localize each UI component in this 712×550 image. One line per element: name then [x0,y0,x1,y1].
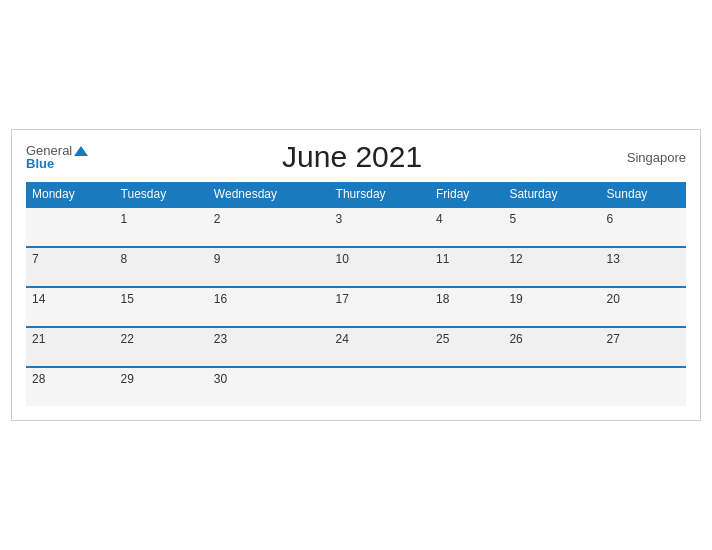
day-number: 6 [607,212,680,226]
calendar-day-cell: 5 [503,207,600,247]
day-number: 3 [336,212,424,226]
day-number: 10 [336,252,424,266]
calendar-week-row: 123456 [26,207,686,247]
calendar-week-row: 21222324252627 [26,327,686,367]
calendar-day-cell: 21 [26,327,115,367]
day-number: 8 [121,252,202,266]
calendar-day-cell: 16 [208,287,330,327]
calendar-day-cell: 1 [115,207,208,247]
day-number: 1 [121,212,202,226]
day-number: 23 [214,332,324,346]
calendar-day-cell: 8 [115,247,208,287]
day-number: 27 [607,332,680,346]
col-wednesday: Wednesday [208,182,330,207]
day-number: 24 [336,332,424,346]
day-number: 4 [436,212,497,226]
calendar-week-row: 282930 [26,367,686,406]
day-number: 19 [509,292,594,306]
calendar-day-cell: 4 [430,207,503,247]
day-number: 30 [214,372,324,386]
calendar-day-cell [430,367,503,406]
day-number: 7 [32,252,109,266]
calendar-day-cell: 3 [330,207,430,247]
calendar-day-cell: 14 [26,287,115,327]
col-monday: Monday [26,182,115,207]
calendar-day-cell: 22 [115,327,208,367]
day-number: 14 [32,292,109,306]
day-number: 15 [121,292,202,306]
calendar-day-cell: 2 [208,207,330,247]
calendar-day-cell: 25 [430,327,503,367]
day-number: 12 [509,252,594,266]
day-number: 18 [436,292,497,306]
day-number: 25 [436,332,497,346]
calendar-day-cell: 10 [330,247,430,287]
day-number: 9 [214,252,324,266]
calendar-day-cell: 9 [208,247,330,287]
calendar-day-cell: 29 [115,367,208,406]
calendar-week-row: 14151617181920 [26,287,686,327]
calendar-header-row: Monday Tuesday Wednesday Thursday Friday… [26,182,686,207]
calendar-container: General Blue June 2021 Singapore Monday … [11,129,701,421]
calendar-day-cell: 24 [330,327,430,367]
day-number: 20 [607,292,680,306]
col-thursday: Thursday [330,182,430,207]
logo: General Blue [26,144,88,170]
day-number: 16 [214,292,324,306]
calendar-day-cell: 13 [601,247,686,287]
day-number: 29 [121,372,202,386]
col-friday: Friday [430,182,503,207]
calendar-day-cell: 12 [503,247,600,287]
day-number: 17 [336,292,424,306]
col-tuesday: Tuesday [115,182,208,207]
calendar-day-cell: 11 [430,247,503,287]
day-number: 2 [214,212,324,226]
calendar-day-cell: 18 [430,287,503,327]
day-number: 21 [32,332,109,346]
calendar-body: 1234567891011121314151617181920212223242… [26,207,686,406]
day-number: 28 [32,372,109,386]
calendar-day-cell: 28 [26,367,115,406]
logo-blue-text: Blue [26,157,54,170]
calendar-week-row: 78910111213 [26,247,686,287]
calendar-day-cell: 27 [601,327,686,367]
calendar-day-cell [601,367,686,406]
calendar-header: General Blue June 2021 Singapore [26,140,686,174]
calendar-day-cell [26,207,115,247]
calendar-title: June 2021 [88,140,616,174]
calendar-day-cell: 23 [208,327,330,367]
calendar-day-cell: 17 [330,287,430,327]
day-number: 11 [436,252,497,266]
country-label: Singapore [616,150,686,165]
col-sunday: Sunday [601,182,686,207]
calendar-day-cell: 26 [503,327,600,367]
calendar-day-cell [330,367,430,406]
day-number: 26 [509,332,594,346]
calendar-day-cell: 20 [601,287,686,327]
calendar-table: Monday Tuesday Wednesday Thursday Friday… [26,182,686,406]
day-number: 5 [509,212,594,226]
logo-triangle-icon [74,146,88,156]
col-saturday: Saturday [503,182,600,207]
calendar-day-cell [503,367,600,406]
calendar-day-cell: 30 [208,367,330,406]
calendar-day-cell: 7 [26,247,115,287]
day-number: 22 [121,332,202,346]
day-number: 13 [607,252,680,266]
calendar-day-cell: 19 [503,287,600,327]
calendar-day-cell: 15 [115,287,208,327]
calendar-day-cell: 6 [601,207,686,247]
